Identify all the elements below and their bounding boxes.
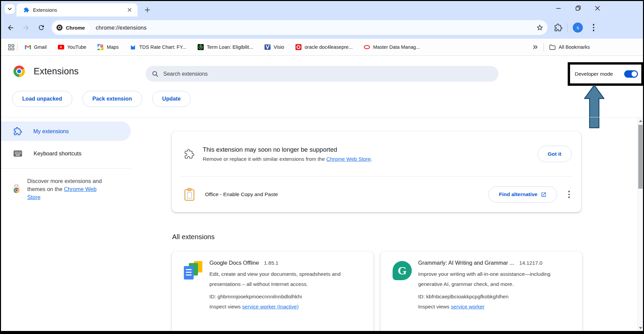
scroll-up-icon[interactable] [639,120,642,122]
developer-mode-highlight-box: Developer mode [568,62,643,86]
discover-text: Discover more extensions and themes on t… [27,177,105,201]
omnibox[interactable]: Chrome chrome://extensions [51,20,548,35]
back-icon[interactable] [4,22,16,34]
bookmark-label: Maps [107,44,119,50]
bookmark-label: Master Data Manag... [373,44,420,50]
site-chip[interactable]: Chrome [53,22,90,33]
close-window-button[interactable] [590,2,605,14]
warning-title: This extension may soon no longer be sup… [203,146,372,153]
google-docs-offline-icon [184,261,204,281]
load-unpacked-button[interactable]: Load unpacked [12,91,72,107]
all-bookmarks-label: All Bookmarks [559,44,590,50]
bookmark-youtube[interactable]: YouTube [58,44,86,50]
warning-row: This extension may soon no longer be sup… [172,132,581,176]
service-worker-link[interactable]: service worker [451,304,484,309]
toolbar: Chrome chrome://extensions s [1,16,643,39]
bookmarks-right-cluster: All Bookmarks [533,43,590,51]
warning-texts: This extension may soon no longer be sup… [203,146,372,162]
extension-card-google-docs-offline: Google Docs Offline 1.85.1 Edit, create … [172,252,373,331]
maps-icon [97,44,104,50]
site-chip-label: Chrome [66,25,85,31]
bookmarks-overflow-icon[interactable] [533,44,538,50]
extension-puzzle-favicon [24,7,29,13]
window-controls [551,2,605,14]
bookmark-label: Visio [274,44,284,50]
forward-icon[interactable] [20,22,32,34]
grammarly-icon: G [393,261,413,281]
update-button[interactable]: Update [152,91,191,107]
pack-extension-button[interactable]: Pack extension [82,91,142,107]
extension-id: ID: ghbmnnjooekpmoecnnnilnnbdlolhkhi [209,292,364,302]
profile-avatar[interactable]: s [573,23,583,33]
sidebar-item-keyboard-shortcuts[interactable]: Keyboard shortcuts [1,144,131,163]
chrome-web-store-icon [12,184,21,194]
browser-window: Extensions [0,0,644,334]
bookmarks-divider [17,43,17,51]
bookmark-label: Term Loan: Eligibilit... [207,44,253,50]
extension-card-grammarly: G Grammarly: AI Writing and Grammar ... … [380,252,582,331]
bookmark-gmail[interactable]: Gmail [25,44,47,50]
restore-button[interactable] [570,2,586,14]
office-menu-kebab-icon[interactable] [564,188,574,201]
inspect-views-line: Inspect views service worker [418,302,573,312]
warning-description: Remove or replace it with similar extens… [203,156,372,162]
search-input[interactable] [163,71,466,77]
search-icon [152,70,159,77]
oracle-ring-icon [364,44,370,50]
sidebar-divider [1,168,131,169]
unsupported-extension-card: This extension may soon no longer be sup… [172,132,581,212]
bookmark-maps[interactable]: Maps [97,44,119,50]
extension-card-content: Grammarly: AI Writing and Grammar ... 14… [418,260,573,312]
bookmark-star-icon[interactable] [536,24,544,31]
navigation-buttons [4,16,47,39]
tab-search-button[interactable] [5,4,15,14]
discover-section: Discover more extensions and themes on t… [12,177,116,201]
titlebar: Extensions [1,1,643,16]
developer-mode-toggle[interactable] [624,70,638,78]
find-alternative-button[interactable]: Find alternative [488,186,557,202]
bookmark-term-loan[interactable]: Term Loan: Eligibilit... [197,44,253,50]
office-extension-row: Office - Enable Copy and Paste Find alte… [172,177,581,212]
developer-mode-label: Developer mode [575,71,613,77]
extension-description: Edit, create and view your documents, sp… [209,269,364,289]
puzzle-icon [13,127,22,136]
extension-description: Improve your writing with all-in-one ass… [418,269,573,289]
tab-title: Extensions [33,7,125,13]
bookmark-master-data[interactable]: Master Data Manag... [364,44,420,50]
extensions-puzzle-icon[interactable] [554,24,562,32]
chrome-web-store-link[interactable]: Chrome Web Store [326,156,371,162]
header-divider [1,117,643,117]
bookmark-visio[interactable]: Visio [264,44,284,50]
service-worker-link[interactable]: service worker (Inactive) [242,304,298,309]
toolbar-right-cluster: s [554,16,599,39]
scroll-down-icon[interactable] [639,327,642,329]
scrollbar-thumb[interactable] [638,125,643,189]
browser-menu-kebab-icon[interactable] [589,21,599,34]
bookmarks-bar: Gmail YouTube Maps TDS Rate Chart: FY... [1,39,643,56]
page-title: Extensions [34,66,79,77]
bookmark-oracle-doc[interactable]: oracle doc4leasepre... [295,44,353,50]
chevron-down-icon [7,7,12,11]
page-scrollbar[interactable] [637,118,643,331]
all-bookmarks-button[interactable]: All Bookmarks [549,44,590,50]
bookmarks-divider [544,43,544,51]
extensions-search[interactable] [146,66,498,82]
avatar-letter: s [577,25,579,30]
apps-grid-icon[interactable] [8,44,14,50]
bookmark-tds-rate-chart[interactable]: TDS Rate Chart: FY... [130,44,186,50]
new-tab-button[interactable] [142,5,152,15]
url-text[interactable]: chrome://extensions [96,25,536,31]
extensions-action-buttons: Load unpacked Pack extension Update [12,91,191,107]
youtube-icon [58,44,64,50]
tab-close-icon[interactable] [125,6,133,14]
keyboard-icon [13,150,22,157]
extension-name: Google Docs Offline [209,260,259,266]
extensions-page: Extensions Developer mode Load unpacked … [1,56,643,331]
sidebar-item-label: Keyboard shortcuts [34,150,81,157]
sidebar-item-my-extensions[interactable]: My extensions [1,121,131,141]
minimize-button[interactable] [551,2,566,14]
browser-tab[interactable]: Extensions [16,3,137,16]
extension-id: ID: kbfnbcaeplbcioakkpcpgfkobkghlhen [418,292,573,302]
reload-icon[interactable] [35,22,47,34]
got-it-button[interactable]: Got it [537,146,572,162]
